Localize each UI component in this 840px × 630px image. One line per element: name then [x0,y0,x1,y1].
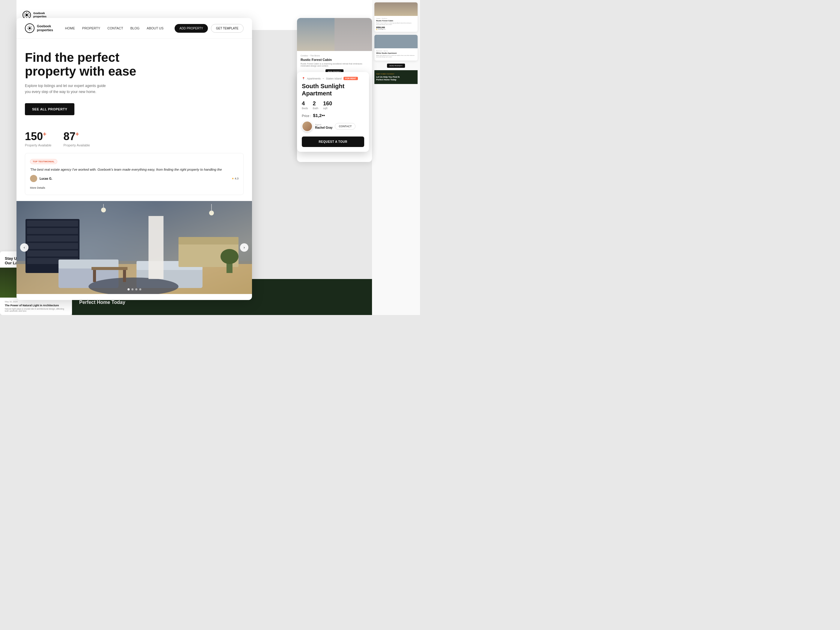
nav-home[interactable]: HOME [65,27,75,30]
nav-blog[interactable]: BLOG [130,27,139,30]
rpc-price-label: Price : [302,114,311,118]
svg-rect-22 [27,228,78,234]
svg-point-0 [25,14,28,16]
carousel-dots [128,288,141,291]
rpc-specs: 4 Beds 2 Bath 160 sqft [302,101,364,110]
svg-line-16 [31,27,32,27]
bg-center-prop-desc: Rustic Forest Cabin is a charming woodla… [301,63,368,67]
hero-section: Find the perfect property with ease Expl… [16,39,252,121]
carousel-dot-2[interactable] [131,288,134,291]
hero-title: Find the perfect property with ease [25,51,163,78]
stat-item-1: 150+ Property Available [25,130,51,147]
bg-center-img2 [335,18,372,51]
rpc-beds-label: Beds [302,107,308,110]
carousel-next-button[interactable]: › [240,243,248,252]
rpc-tag-row: 📍 Apartments ~ Staten Island FOR RENT [302,77,364,80]
rpc-price-row: Price : $1,2•• [302,113,364,118]
stat-item-2: 87+ Property Available [63,130,90,147]
rpc-sqft-label: sqft [323,107,332,110]
svg-line-15 [31,29,32,30]
bg-dark-section: READY TO MAKE YOUR MOVE? Let Us Help You… [374,70,418,84]
rpc-bath-label: Bath [313,107,319,110]
main-nav-links: HOME PROPERTY CONTACT BLOG ABOUT US [65,27,175,30]
svg-rect-41 [92,267,128,270]
bg-blog-body: May 16, 2024 The Power of Natural Light … [0,298,72,315]
rpc-agent-label: Agent [315,123,332,126]
svg-line-8 [25,16,25,17]
carousel-dot-4[interactable] [139,288,141,291]
contact-agent-button[interactable]: CONTACT [335,123,355,129]
stat-label-1: Property Available [25,144,51,147]
rpc-beds-value: 4 [302,101,308,107]
bg-more-property-btn-2[interactable]: MORE PROPERTY [387,63,405,68]
bg-right-title-1: Rustic Forest Cabin [376,20,416,22]
testimonial-author: Lucas G. ★ 4.3 [30,175,238,182]
rpc-agent-row: Agent Rachel Gray CONTACT [302,121,364,132]
main-logo-icon [25,24,35,33]
bg-right-meta-1: 📐 250m2 🛏 4 ↻ [376,28,416,30]
main-card: Goeboek properties HOME PROPERTY CONTACT… [16,18,252,300]
rpc-sqft-spec: 160 sqft [323,101,332,110]
see-all-property-button[interactable]: SEE ALL PROPERTY [25,103,74,115]
rpc-agent-info: Agent Rachel Gray [315,123,332,129]
carousel-dot-3[interactable] [135,288,137,291]
svg-line-17 [28,29,28,30]
bg-dark-ready: READY TO MAKE YOUR MOVE? [376,73,416,75]
stat-number-1: 150+ [25,130,51,143]
nav-about[interactable]: ABOUT US [147,27,164,30]
svg-line-7 [28,13,29,14]
testimonial-badge: TOP TESTIMONIAL [30,159,57,164]
property-carousel: ‹ › [16,201,252,294]
blog-title: The Power of Natural Light in Architectu… [5,304,67,307]
rpc-property-title: South Sunlight Apartment [302,82,364,97]
main-logo: Goeboek properties [25,24,53,33]
rpc-sqft-value: 160 [323,101,332,107]
bg-right-price-1: $550,000 [376,27,416,28]
bg-right-img-1 [374,2,418,16]
testimonial-section: TOP TESTIMONIAL 'The best real estate ag… [25,153,243,195]
rpc-category: Apartments [307,77,321,80]
bg-right-desc-1: Rustic Forest Cabin is a charming woodla… [376,22,416,25]
add-property-button[interactable]: ADD PROPERTY [175,24,208,33]
svg-rect-36 [148,216,164,279]
request-tour-button[interactable]: REQUEST A TOUR [302,136,364,147]
bg-right-card-1-body: Condos ~ The Bronx Rustic Forest Cabin R… [374,16,418,32]
carousel-dot-1[interactable] [128,288,129,291]
rpc-location: Staten Island [326,77,342,80]
carousel-prev-button[interactable]: ‹ [20,243,28,252]
more-details-link[interactable]: More Details [30,186,45,189]
stat-number-2: 87+ [63,130,90,143]
rpc-bath-spec: 2 Bath [313,101,319,110]
svg-point-40 [221,249,238,264]
blog-desc: Natural light plays a crucial role in ar… [5,308,67,312]
svg-rect-42 [93,270,96,282]
bg-right-img-2 [374,35,418,48]
author-avatar [30,175,37,182]
carousel-image [16,201,252,294]
stats-row: 150+ Property Available 87+ Property Ava… [16,130,252,147]
rpc-beds-spec: 4 Beds [302,101,308,110]
right-property-card: 📍 Apartments ~ Staten Island FOR RENT So… [297,72,369,152]
svg-rect-23 [27,235,78,242]
nav-property[interactable]: PROPERTY [82,27,100,30]
svg-line-14 [28,27,28,27]
get-template-button[interactable]: GET TEMPLATE [211,24,243,33]
bg-right-card-1: Condos ~ The Bronx Rustic Forest Cabin R… [374,2,418,32]
svg-point-9 [29,27,31,29]
bg-center-top-images [297,18,372,51]
rpc-price-value: $1,2•• [313,113,325,118]
bg-center-prop-tag: Condos ~ The Bronx [301,55,368,57]
agent-avatar [302,121,313,132]
main-nav-buttons: ADD PROPERTY GET TEMPLATE [175,24,243,33]
svg-rect-43 [123,270,126,282]
nav-contact[interactable]: CONTACT [107,27,123,30]
svg-rect-25 [27,251,78,256]
bg-right-card-2: Apartments ~ Queens White Studio Apartme… [374,35,418,61]
svg-rect-24 [27,243,78,249]
rpc-for-rent-badge: FOR RENT [344,77,358,80]
bg-right-card-2-body: Apartments ~ Queens White Studio Apartme… [374,48,418,61]
bg-right-tag-1: Condos ~ The Bronx [376,18,416,19]
author-name: Lucas G. [39,177,229,180]
rpc-bath-value: 2 [313,101,319,107]
svg-rect-38 [178,237,238,245]
